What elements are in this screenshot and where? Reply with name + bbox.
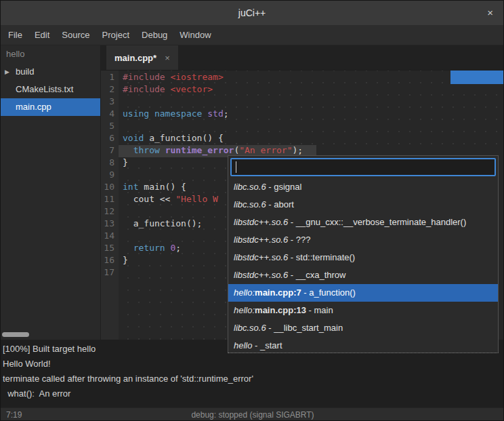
menubar: FileEditSourceProjectDebugWindow [1, 25, 503, 45]
menu-item-source[interactable]: Source [56, 25, 96, 45]
code-token: using namespace [123, 108, 202, 119]
line-number: 10 [101, 182, 119, 194]
line-number: 16 [101, 255, 119, 267]
code-token: throw [133, 145, 160, 155]
line-number: 13 [101, 218, 119, 230]
code-token: "An error" [239, 145, 292, 155]
frame-location: main.cpp:7 [255, 287, 301, 298]
popup-search-field[interactable] [230, 158, 496, 176]
frame-location: main.cpp:13 [255, 305, 306, 315]
code-line-6: void a_function() { [119, 133, 504, 145]
frame-module: hello [234, 340, 252, 350]
file-name: build [16, 66, 34, 77]
frame-function: - __cxa_throw [288, 270, 345, 280]
frame-function: - __gnu_cxx::__verbose_terminate_handler… [288, 217, 466, 227]
line-number: 3 [101, 96, 119, 108]
code-token: runtime_error [165, 145, 234, 155]
close-icon[interactable]: × [487, 1, 493, 25]
code-token: void [123, 133, 144, 143]
code-token: "Hello W [175, 194, 218, 204]
line-number: 8 [101, 157, 119, 169]
code-token: main() { [138, 182, 186, 192]
frame-function: - a_function() [301, 287, 356, 298]
backtrace-item-6[interactable]: hello:main.cpp:7 - a_function() [228, 284, 498, 302]
tab-main-cpp[interactable]: main.cpp* × [106, 45, 178, 70]
menu-item-window[interactable]: Window [173, 25, 217, 45]
tab-close-icon[interactable]: × [165, 53, 170, 63]
line-number: 12 [101, 206, 119, 218]
code-token [123, 145, 133, 155]
code-token: } [123, 255, 128, 265]
frame-function: - main [306, 305, 333, 315]
frame-function: - gsignal [266, 182, 302, 192]
window-title: juCi++ [1, 1, 503, 25]
popup-search-input[interactable] [232, 159, 495, 175]
code-token: <iostream> [170, 72, 223, 82]
expander-icon[interactable]: ▶ [5, 63, 9, 81]
frame-function: - __libc_start_main [266, 323, 343, 333]
menu-item-edit[interactable]: Edit [28, 25, 56, 45]
backtrace-item-7[interactable]: hello:main.cpp:13 - main [228, 302, 498, 319]
backtrace-item-4[interactable]: libstdc++.so.6 - std::terminate() [228, 249, 498, 266]
frame-module: libstdc++.so.6 [234, 252, 288, 262]
line-number: 4 [101, 108, 119, 121]
line-number: 14 [101, 230, 119, 243]
line-number: 17 [101, 267, 119, 279]
code-token: a_function(); [123, 218, 202, 228]
editor-scrollbar-thumb[interactable] [450, 71, 504, 84]
code-token: ; [175, 243, 181, 253]
backtrace-item-2[interactable]: libstdc++.so.6 - __gnu_cxx::__verbose_te… [228, 214, 498, 231]
line-number-gutter: 1234567891011121314151617 [101, 71, 119, 340]
tabbar: main.cpp* × [101, 45, 504, 71]
sidebar-item-build[interactable]: ▶build [1, 63, 100, 81]
backtrace-item-5[interactable]: libstdc++.so.6 - __cxa_throw [228, 266, 498, 284]
backtrace-item-3[interactable]: libstdc++.so.6 - ??? [228, 231, 498, 249]
tab-label: main.cpp* [114, 53, 156, 63]
code-token [123, 243, 133, 253]
frame-module: hello: [234, 287, 255, 298]
frame-function: - ??? [288, 235, 310, 245]
code-line-3 [119, 96, 504, 108]
line-number: 5 [101, 121, 119, 133]
jucipp-window: juCi++ × FileEditSourceProjectDebugWindo… [0, 0, 504, 421]
line-number: 6 [101, 133, 119, 145]
sidebar-item-main-cpp[interactable]: main.cpp [1, 98, 100, 116]
code-token: int [123, 182, 138, 192]
backtrace-item-8[interactable]: libc.so.6 - __libc_start_main [228, 319, 498, 337]
line-number: 11 [101, 194, 119, 206]
sidebar-scrollbar[interactable] [2, 332, 29, 337]
code-token: a_function() { [144, 133, 223, 143]
backtrace-item-9[interactable]: hello - _start [228, 337, 498, 353]
menu-item-debug[interactable]: Debug [135, 25, 173, 45]
menu-item-file[interactable]: File [2, 25, 28, 45]
frame-module: libc.so.6 [234, 199, 266, 209]
console-line-2: Hello World! [3, 357, 503, 372]
backtrace-popup: libc.so.6 - gsignallibc.so.6 - abortlibs… [228, 155, 499, 353]
frame-function: - _start [252, 340, 282, 350]
file-name: CMakeLists.txt [16, 84, 73, 94]
frame-module: hello: [234, 305, 255, 315]
code-token: cout << [123, 194, 175, 204]
line-number: 1 [101, 72, 119, 84]
file-tree: ▶buildCMakeLists.txtmain.cpp [1, 63, 100, 116]
frame-module: libstdc++.so.6 [234, 217, 288, 227]
code-line-1: #include <iostream> [119, 72, 504, 84]
code-token: #include [123, 84, 170, 94]
code-line-5 [119, 121, 504, 133]
code-token: return [133, 243, 165, 253]
sidebar-item-cmakelists-txt[interactable]: CMakeLists.txt [1, 81, 100, 98]
code-token: <vector> [170, 84, 213, 94]
sidebar: hello ▶buildCMakeLists.txtmain.cpp [1, 45, 101, 340]
menu-item-project[interactable]: Project [96, 25, 135, 45]
code-token: ; [224, 108, 229, 119]
backtrace-item-0[interactable]: libc.so.6 - gsignal [228, 178, 498, 196]
backtrace-item-1[interactable]: libc.so.6 - abort [228, 196, 498, 214]
frame-module: libstdc++.so.6 [234, 270, 288, 280]
console-line-4: what(): An error [3, 386, 503, 401]
line-number: 7 [101, 145, 119, 157]
console-line-3: terminate called after throwing an insta… [3, 372, 503, 386]
line-number: 15 [101, 243, 119, 255]
backtrace-list: libc.so.6 - gsignallibc.so.6 - abortlibs… [228, 178, 498, 353]
line-number: 2 [101, 84, 119, 96]
code-token: #include [123, 72, 170, 82]
